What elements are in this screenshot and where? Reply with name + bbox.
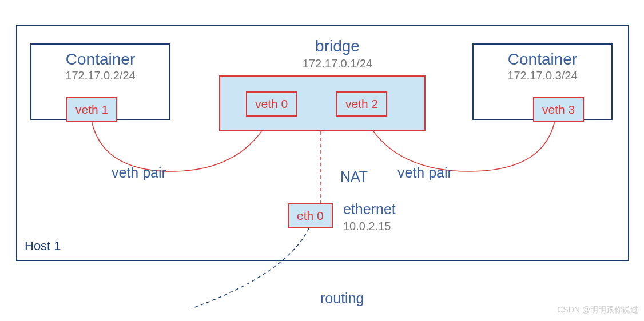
container-2-ip: 172.17.0.3/24 (474, 69, 611, 82)
veth-1: veth 1 (66, 97, 117, 122)
container-2-title: Container (474, 50, 611, 69)
veth-3: veth 3 (533, 97, 584, 122)
ethernet-label: ethernet (343, 201, 396, 218)
bridge-title: bridge (280, 37, 395, 55)
container-1-ip: 172.17.0.2/24 (31, 69, 169, 82)
ethernet-ip: 10.0.2.15 (343, 220, 391, 233)
veth-pair-label-right: veth pair (397, 164, 452, 181)
veth-pair-label-left: veth pair (112, 164, 166, 181)
veth-0: veth 0 (246, 91, 297, 117)
nat-label: NAT (340, 168, 368, 185)
container-1-title: Container (31, 50, 169, 69)
bridge-ip: 172.17.0.1/24 (280, 57, 395, 70)
routing-label: routing (320, 290, 364, 307)
host-label: Host 1 (25, 239, 61, 254)
eth0-box: eth 0 (288, 203, 333, 228)
veth-2: veth 2 (336, 91, 387, 117)
watermark: CSDN @明明跟你说过 (557, 305, 638, 315)
